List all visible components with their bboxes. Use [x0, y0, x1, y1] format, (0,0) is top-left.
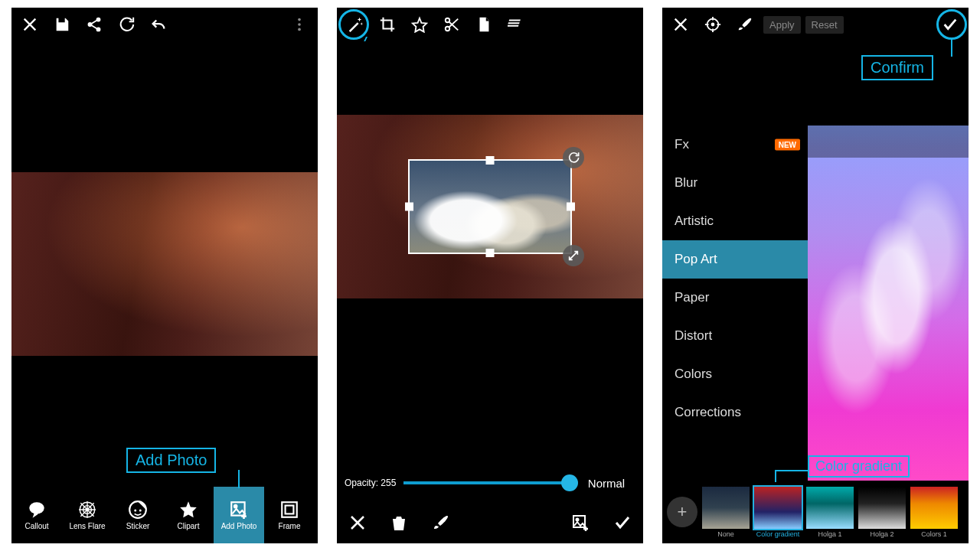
resize-handle-w[interactable] — [405, 203, 413, 211]
bottom-toolbar: Callout Lens Flare Sticker Clipart Add P… — [11, 487, 318, 543]
delete-icon[interactable] — [385, 509, 413, 536]
opacity-slider[interactable] — [403, 481, 570, 484]
fx-group-colors[interactable]: Colors — [662, 355, 808, 393]
thumb-preview — [702, 487, 750, 529]
tool-add-photo[interactable]: Add Photo — [214, 487, 264, 543]
star-icon[interactable] — [406, 11, 433, 38]
fx-label: Paper — [675, 290, 709, 305]
topbar — [337, 8, 643, 41]
effects-category-list: Fx NEW Blur Artistic Pop Art Paper Disto… — [662, 126, 808, 481]
tool-label: Add Photo — [221, 522, 257, 530]
topbar — [11, 8, 318, 41]
svg-rect-0 — [63, 19, 64, 22]
svg-point-2 — [96, 18, 100, 21]
svg-point-6 — [298, 28, 301, 31]
scale-handle-icon[interactable] — [563, 245, 584, 266]
fx-group-artistic[interactable]: Artistic — [662, 202, 808, 240]
resize-handle-s[interactable] — [486, 249, 495, 257]
fx-group-corrections[interactable]: Corrections — [662, 393, 808, 432]
svg-point-3 — [96, 28, 100, 31]
base-photo[interactable] — [11, 172, 318, 356]
add-effect-button[interactable]: + — [667, 497, 697, 527]
fx-label: Blur — [675, 175, 697, 191]
close-icon[interactable] — [16, 11, 44, 38]
thumb-label: None — [717, 530, 734, 538]
undo-icon[interactable] — [145, 11, 172, 38]
tool-clipart[interactable]: Clipart — [163, 487, 214, 543]
thumb-label: Holga 2 — [870, 530, 893, 538]
fx-group-fx[interactable]: Fx NEW — [662, 126, 808, 164]
refresh-icon[interactable] — [113, 11, 140, 38]
brush-icon[interactable] — [427, 509, 455, 536]
reset-button[interactable]: Reset — [805, 16, 844, 34]
base-photo[interactable] — [337, 115, 643, 298]
fx-label: Colors — [675, 367, 712, 382]
tool-lens-flare[interactable]: Lens Flare — [62, 487, 113, 543]
fx-group-blur[interactable]: Blur — [662, 164, 808, 202]
new-badge: NEW — [775, 139, 800, 151]
target-icon[interactable] — [699, 11, 727, 38]
cancel-icon[interactable] — [344, 509, 371, 536]
screen-add-photo: Add Photo Callout Lens Flare Sticker Cli… — [11, 8, 318, 543]
thumb-holga-1[interactable]: Holga 1 — [806, 487, 854, 538]
svg-point-23 — [712, 24, 714, 26]
svg-rect-17 — [286, 506, 294, 514]
effect-preview[interactable] — [808, 126, 969, 481]
opacity-row: Opacity: 255 Normal — [337, 464, 643, 502]
blend-mode-selector[interactable]: Normal — [577, 477, 635, 490]
resize-handle-n[interactable] — [486, 156, 495, 165]
thumb-colors-1[interactable]: Colors 1 — [910, 487, 958, 538]
thumb-holga-2[interactable]: Holga 2 — [858, 487, 906, 538]
crop-icon[interactable] — [374, 11, 401, 38]
svg-point-15 — [234, 505, 237, 507]
screen-effects: Apply Reset Confirm Fx NEW Blur Artistic… — [662, 8, 969, 543]
thumb-preview — [910, 487, 958, 529]
thumb-label: Colors 1 — [921, 530, 947, 538]
svg-point-7 — [29, 502, 44, 514]
close-icon[interactable] — [667, 11, 694, 38]
share-icon[interactable] — [80, 11, 108, 38]
tool-label: Frame — [279, 522, 301, 530]
rotate-handle-icon[interactable] — [563, 147, 584, 168]
slider-knob[interactable] — [561, 474, 578, 491]
svg-point-13 — [139, 510, 142, 512]
thumb-color-gradient[interactable]: Color gradient — [754, 487, 802, 538]
fx-group-pop-art[interactable]: Pop Art — [662, 240, 808, 279]
tool-sticker[interactable]: Sticker — [113, 487, 163, 543]
thumb-preview — [754, 487, 802, 529]
tool-label: Lens Flare — [69, 522, 105, 530]
edit-canvas — [11, 41, 318, 487]
svg-point-19 — [446, 27, 450, 31]
svg-point-21 — [577, 519, 579, 521]
menu-more-icon[interactable] — [286, 11, 313, 38]
thumb-none[interactable]: None — [702, 487, 750, 538]
brush-icon[interactable] — [731, 11, 759, 38]
svg-point-18 — [446, 18, 450, 23]
fx-group-paper[interactable]: Paper — [662, 279, 808, 317]
add-photo-icon[interactable] — [567, 509, 594, 536]
layers-icon[interactable] — [502, 11, 530, 38]
opacity-label: Opacity: 255 — [345, 478, 396, 488]
overlay-photo[interactable] — [410, 161, 570, 253]
thumb-preview — [858, 487, 906, 529]
scissors-icon[interactable] — [438, 11, 466, 38]
tool-callout[interactable]: Callout — [11, 487, 62, 543]
confirm-icon[interactable] — [936, 11, 964, 38]
svg-point-4 — [298, 18, 301, 21]
fx-group-distort[interactable]: Distort — [662, 317, 808, 355]
screen-overlay-adjust: Opacity: 255 Normal — [337, 8, 643, 543]
fx-label: Distort — [675, 328, 712, 344]
magic-wand-icon[interactable] — [341, 11, 369, 38]
resize-handle-e[interactable] — [567, 203, 575, 211]
confirm-icon[interactable] — [609, 509, 636, 536]
action-row — [337, 502, 643, 543]
tool-label: Callout — [24, 522, 48, 530]
page-icon[interactable] — [470, 11, 498, 38]
thumb-label: Holga 1 — [818, 530, 841, 538]
svg-point-12 — [134, 510, 136, 512]
fx-label: Fx — [675, 137, 689, 152]
save-icon[interactable] — [48, 11, 76, 38]
apply-button[interactable]: Apply — [763, 16, 801, 34]
svg-point-1 — [88, 23, 91, 26]
tool-frame[interactable]: Frame — [264, 487, 315, 543]
